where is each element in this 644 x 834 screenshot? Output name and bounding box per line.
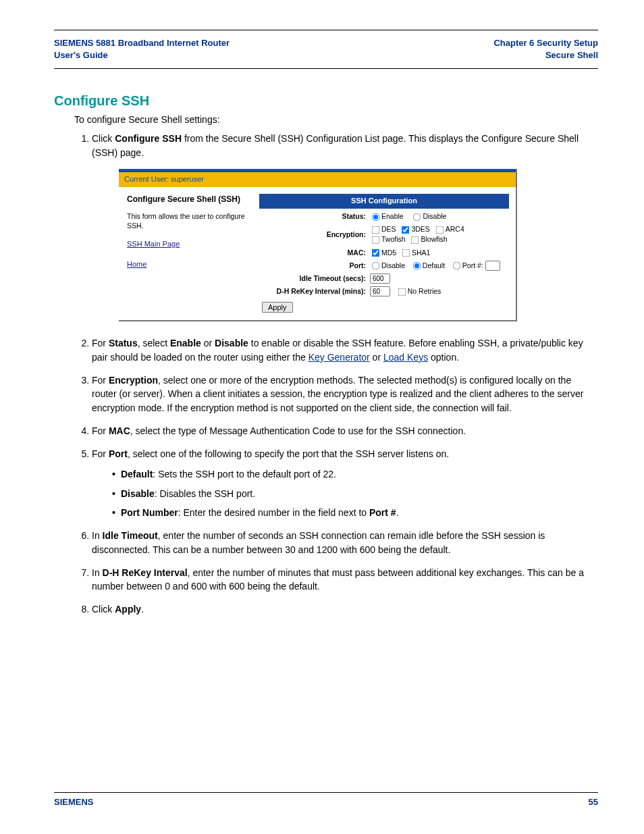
mac-label: MAC: [259, 246, 368, 259]
header-right-1: Chapter 6 Security Setup [493, 37, 598, 49]
intro-text: To configure Secure Shell settings: [74, 114, 598, 125]
current-user-bar: Current User: superuser [119, 172, 516, 187]
footer-page: 55 [589, 797, 598, 807]
enc-des-check[interactable] [372, 226, 380, 234]
apply-button[interactable]: Apply [262, 302, 293, 313]
page-header: SIEMENS 5881 Broadband Internet Router U… [54, 37, 598, 61]
bullet-port-number: Port Number: Enter the desired number in… [112, 506, 598, 519]
step-4: For MAC, select the type of Message Auth… [92, 424, 598, 438]
status-disable-radio[interactable] [413, 213, 421, 221]
idle-timeout-input[interactable] [370, 273, 390, 284]
bullet-disable: Disable: Disables the SSH port. [112, 487, 598, 500]
port-label: Port: [259, 259, 368, 272]
enc-blowfish-check[interactable] [411, 236, 419, 244]
link-load-keys[interactable]: Load Keys [383, 352, 428, 363]
dh-interval-input[interactable] [370, 286, 390, 296]
section-heading: Configure SSH [54, 93, 598, 109]
config-title: SSH Configuration [259, 194, 509, 209]
page-footer: SIEMENS 55 [54, 792, 598, 807]
pane-desc: This form allows the user to configure S… [127, 212, 251, 230]
enc-arc4-check[interactable] [435, 226, 444, 234]
link-key-generator[interactable]: Key Generator [308, 352, 370, 363]
enc-3des-check[interactable] [402, 226, 410, 234]
port-num-radio[interactable] [452, 262, 460, 270]
link-ssh-main[interactable]: SSH Main Page [127, 239, 251, 250]
status-label: Status: [259, 210, 368, 223]
ssh-config-panel: Current User: superuser Configure Secure… [119, 169, 517, 321]
step-1: Click Configure SSH from the Secure Shel… [92, 132, 598, 321]
footer-brand: SIEMENS [54, 797, 94, 807]
enc-twofish-check[interactable] [372, 236, 380, 244]
step-3: For Encryption, select one or more of th… [92, 373, 598, 415]
header-left-2: User's Guide [54, 49, 230, 61]
link-home[interactable]: Home [127, 259, 251, 270]
bullet-default: Default: Sets the SSH port to the defaul… [112, 467, 598, 481]
step-7: In D-H ReKey Interval, enter the number … [92, 566, 598, 594]
step-8: Click Apply. [92, 602, 598, 616]
no-retries-check[interactable] [398, 288, 406, 296]
mac-sha1-check[interactable] [402, 249, 410, 257]
dh-label: D-H ReKey Interval (mins): [259, 285, 368, 298]
encryption-label: Encryption: [259, 223, 368, 246]
port-disable-radio[interactable] [372, 262, 380, 270]
header-right-2: Secure Shell [493, 49, 598, 61]
pane-title: Configure Secure Shell (SSH) [127, 194, 251, 205]
mac-md5-check[interactable] [372, 249, 380, 257]
steps-list: Click Configure SSH from the Secure Shel… [74, 132, 598, 616]
port-num-input[interactable] [485, 261, 500, 271]
status-enable-radio[interactable] [372, 213, 380, 221]
step-6: In Idle Timeout, enter the number of sec… [92, 529, 598, 556]
port-default-radio[interactable] [412, 262, 421, 270]
idle-label: Idle Timeout (secs): [259, 272, 368, 285]
header-left-1: SIEMENS 5881 Broadband Internet Router [54, 37, 230, 49]
step-5: For Port, select one of the following to… [92, 447, 598, 519]
step-2: For Status, select Enable or Disable to … [92, 336, 598, 364]
